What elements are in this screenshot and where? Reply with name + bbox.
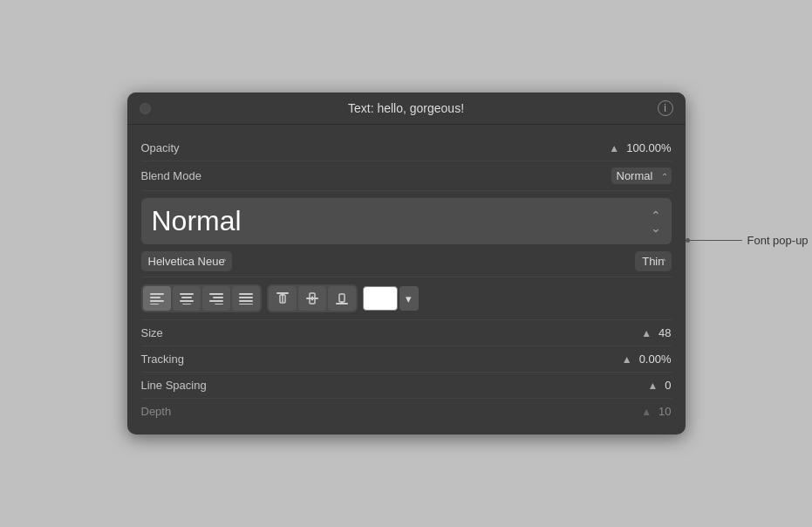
depth-label: Depth <box>141 405 172 418</box>
color-swatch-group: ▾ <box>363 286 419 311</box>
align-right-button[interactable] <box>202 286 230 311</box>
valign-middle-button[interactable] <box>298 286 326 311</box>
size-row: Size ▲ 48 <box>141 320 672 346</box>
blend-mode-label: Blend Mode <box>141 169 201 182</box>
font-family-row: Helvetica Neue Thin <box>141 251 672 271</box>
opacity-value[interactable]: 100.00% <box>626 141 671 154</box>
opacity-label: Opacity <box>141 141 180 154</box>
svg-rect-12 <box>239 293 253 295</box>
size-label: Size <box>141 326 163 339</box>
color-dropdown-button[interactable]: ▾ <box>399 286 419 311</box>
depth-row: Depth ▲ 10 <box>141 399 672 424</box>
tracking-value[interactable]: 0.00% <box>639 352 672 366</box>
text-color-swatch[interactable] <box>363 286 398 311</box>
svg-rect-4 <box>180 293 194 295</box>
align-center-button[interactable] <box>173 286 201 311</box>
font-display-text: Normal <box>152 205 242 237</box>
opacity-slider-thumb[interactable]: ▲ <box>609 142 619 154</box>
opacity-row: Opacity ▲ 100.00% <box>141 135 672 161</box>
font-size-down-icon: ⌃ <box>651 222 661 234</box>
line-spacing-label: Line Spacing <box>141 379 207 392</box>
font-display-box[interactable]: Normal ⌃ ⌃ <box>141 198 672 244</box>
alignment-row: ▾ <box>141 277 672 320</box>
size-value[interactable]: 48 <box>658 326 671 339</box>
svg-rect-25 <box>339 294 345 302</box>
svg-rect-0 <box>150 293 164 295</box>
svg-rect-8 <box>209 293 223 295</box>
svg-rect-1 <box>150 297 160 298</box>
font-family-select-wrapper[interactable]: Helvetica Neue <box>141 251 232 271</box>
font-size-up-icon: ⌃ <box>651 209 661 222</box>
font-display-section: Normal ⌃ ⌃ Helvetica Neue Thin <box>141 191 672 277</box>
text-align-group <box>141 284 262 312</box>
font-weight-button[interactable]: Thin <box>635 251 671 271</box>
svg-rect-2 <box>150 300 164 302</box>
line-spacing-value[interactable]: 0 <box>665 379 671 392</box>
depth-slider-thumb: ▲ <box>641 406 652 418</box>
svg-marker-22 <box>310 296 314 298</box>
vertical-align-group <box>267 284 358 312</box>
align-left-button[interactable] <box>143 286 171 311</box>
svg-rect-3 <box>150 304 159 305</box>
svg-rect-9 <box>213 297 223 298</box>
svg-rect-14 <box>239 300 253 302</box>
blend-mode-select[interactable]: Normal Multiply Screen Overlay <box>611 168 672 184</box>
size-slider-thumb[interactable]: ▲ <box>641 327 652 339</box>
svg-rect-5 <box>181 297 192 298</box>
annotation-text: Font pop-up menu <box>747 234 813 247</box>
font-family-button[interactable]: Helvetica Neue <box>141 251 232 271</box>
font-weight-select-wrapper[interactable]: Thin <box>635 251 671 271</box>
svg-rect-10 <box>209 300 223 302</box>
valign-bottom-button[interactable] <box>328 286 356 311</box>
svg-rect-13 <box>239 297 253 298</box>
svg-rect-6 <box>180 300 194 302</box>
svg-rect-7 <box>182 304 191 305</box>
annotation-line <box>690 240 742 241</box>
svg-marker-23 <box>310 298 314 301</box>
panel-title: Text: hello, gorgeous! <box>348 101 464 115</box>
blend-mode-row: Blend Mode Normal Multiply Screen Overla… <box>141 161 672 191</box>
close-button[interactable] <box>140 103 151 114</box>
svg-rect-15 <box>239 304 253 305</box>
line-spacing-row: Line Spacing ▲ 0 <box>141 373 672 399</box>
tracking-slider-thumb[interactable]: ▲ <box>622 353 632 366</box>
svg-rect-11 <box>215 304 223 305</box>
depth-value: 10 <box>658 405 671 418</box>
align-justify-button[interactable] <box>232 286 260 311</box>
valign-top-button[interactable] <box>269 286 297 311</box>
line-spacing-slider-thumb[interactable]: ▲ <box>647 380 658 392</box>
tracking-row: Tracking ▲ 0.00% <box>141 346 672 373</box>
annotation: Font pop-up menu <box>686 234 813 247</box>
info-button[interactable]: i <box>658 100 673 116</box>
blend-mode-select-wrapper[interactable]: Normal Multiply Screen Overlay <box>611 168 672 184</box>
title-bar: Text: hello, gorgeous! i <box>127 92 686 125</box>
font-size-stepper[interactable]: ⌃ ⌃ <box>651 209 661 234</box>
tracking-label: Tracking <box>141 352 184 366</box>
inspector-panel: Text: hello, gorgeous! i Opacity ▲ 100.0… <box>127 92 686 435</box>
